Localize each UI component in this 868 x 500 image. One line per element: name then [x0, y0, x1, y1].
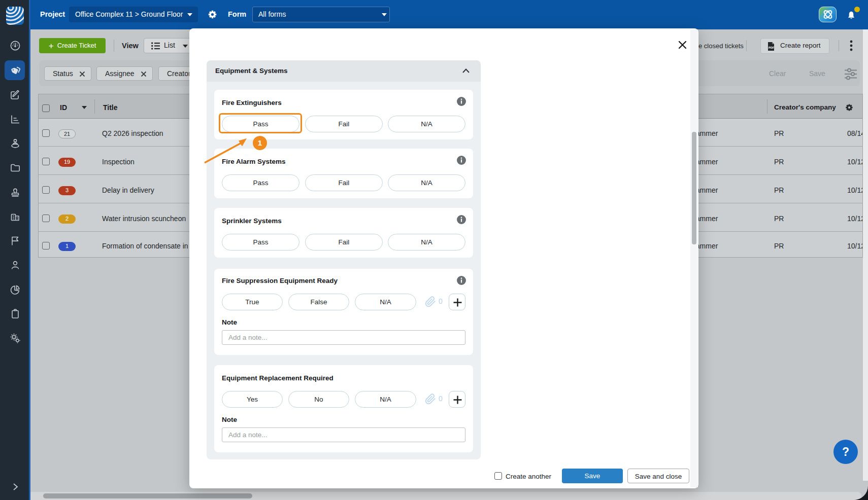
svg-text:PDF: PDF — [769, 46, 775, 49]
